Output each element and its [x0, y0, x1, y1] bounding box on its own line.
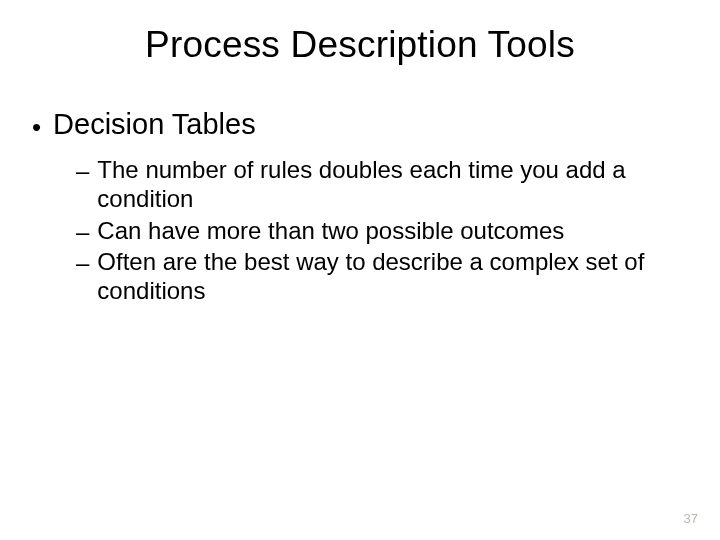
bullet-item-level2: – Often are the best way to describe a c…: [76, 247, 688, 306]
bullet-dash-icon: –: [76, 249, 89, 277]
sublist: – The number of rules doubles each time …: [32, 155, 688, 306]
bullet-item-level2: – The number of rules doubles each time …: [76, 155, 688, 214]
bullet-level2-text: Can have more than two possible outcomes: [97, 216, 564, 245]
bullet-item-level1: • Decision Tables: [32, 108, 688, 141]
bullet-level2-text: The number of rules doubles each time yo…: [97, 155, 688, 214]
bullet-dash-icon: –: [76, 218, 89, 246]
slide-container: Process Description Tools • Decision Tab…: [0, 0, 720, 540]
bullet-level2-text: Often are the best way to describe a com…: [97, 247, 688, 306]
slide-content: • Decision Tables – The number of rules …: [0, 108, 720, 306]
slide-title: Process Description Tools: [0, 24, 720, 66]
bullet-item-level2: – Can have more than two possible outcom…: [76, 216, 688, 246]
bullet-dot-icon: •: [32, 114, 41, 140]
bullet-level1-text: Decision Tables: [53, 108, 256, 141]
page-number: 37: [684, 511, 698, 526]
bullet-dash-icon: –: [76, 157, 89, 185]
